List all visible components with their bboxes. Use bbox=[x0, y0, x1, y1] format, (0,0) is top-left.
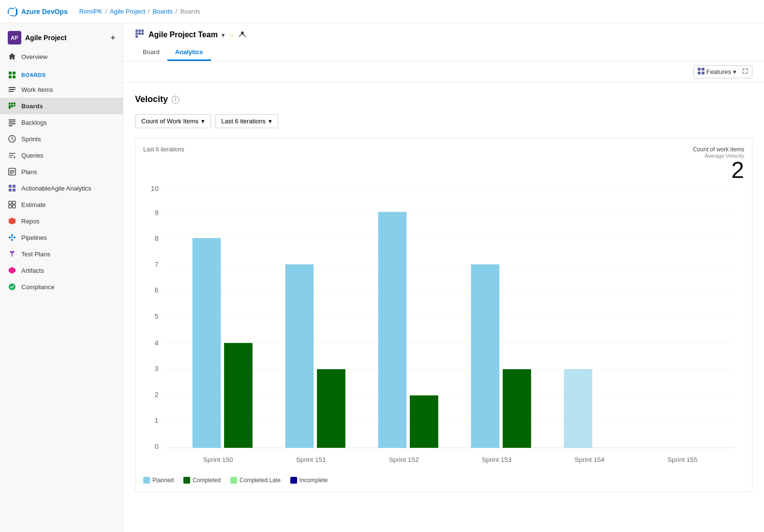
sidebar-item-boards-group[interactable]: Boards bbox=[0, 65, 123, 81]
completed-color bbox=[183, 477, 190, 484]
features-label: Features bbox=[706, 68, 731, 75]
main-title-row: Agile Project Team ▾ ☆ bbox=[135, 29, 752, 41]
metric-value: 2 bbox=[693, 159, 744, 182]
svg-rect-16 bbox=[9, 125, 13, 126]
svg-rect-44 bbox=[698, 68, 701, 71]
sprint152-completed-bar bbox=[410, 396, 438, 448]
sprint154-planned-bar bbox=[564, 369, 592, 448]
sidebar-item-pipelines[interactable]: Pipelines bbox=[0, 229, 123, 246]
metric-chevron-icon: ▾ bbox=[201, 118, 205, 125]
features-button[interactable]: Features ▾ bbox=[693, 65, 752, 78]
sidebar-item-estimate[interactable]: Estimate bbox=[0, 196, 123, 213]
estimate-icon bbox=[8, 200, 16, 209]
chart-area: 0 1 2 3 4 5 6 7 8 9 10 bbox=[143, 186, 744, 471]
svg-rect-20 bbox=[10, 170, 15, 171]
svg-rect-11 bbox=[11, 105, 13, 107]
svg-rect-37 bbox=[138, 30, 141, 32]
svg-rect-21 bbox=[10, 172, 15, 173]
svg-rect-12 bbox=[14, 105, 15, 106]
svg-text:1: 1 bbox=[154, 416, 158, 424]
sidebar-item-repos[interactable]: Repos bbox=[0, 213, 123, 229]
svg-point-34 bbox=[11, 239, 13, 241]
svg-rect-42 bbox=[135, 35, 138, 38]
sidebar-label-compliance: Compliance bbox=[21, 283, 55, 291]
main-toolbar: Features ▾ bbox=[123, 61, 764, 83]
azure-devops-title: Azure DevOps bbox=[21, 8, 68, 15]
svg-rect-36 bbox=[135, 30, 138, 32]
sidebar-item-artifacts[interactable]: Artifacts bbox=[0, 262, 123, 279]
features-grid-icon bbox=[698, 68, 704, 76]
metric-label: Count of work items bbox=[693, 146, 744, 153]
sidebar-item-overview[interactable]: Overview bbox=[0, 48, 123, 65]
velocity-heading: Velocity bbox=[135, 94, 168, 104]
favorite-icon[interactable]: ☆ bbox=[229, 31, 235, 39]
svg-rect-2 bbox=[9, 75, 12, 78]
svg-text:7: 7 bbox=[154, 261, 158, 268]
sidebar-label-backlogs: Backlogs bbox=[21, 119, 47, 126]
home-icon bbox=[8, 52, 16, 61]
legend-completed: Completed bbox=[183, 477, 221, 484]
main-content: Agile Project Team ▾ ☆ Board Analytics F… bbox=[123, 23, 764, 532]
svg-rect-7 bbox=[9, 103, 11, 104]
sidebar-item-work-items[interactable]: Work Items bbox=[0, 81, 123, 98]
svg-rect-13 bbox=[9, 119, 15, 120]
iterations-filter-button[interactable]: Last 6 iterations ▾ bbox=[215, 114, 278, 128]
svg-rect-30 bbox=[13, 205, 15, 208]
sidebar-label-estimate: Estimate bbox=[21, 201, 46, 208]
boards-icon bbox=[8, 102, 16, 110]
team-name: Agile Project Team bbox=[149, 30, 218, 39]
sidebar-item-plans[interactable]: Plans bbox=[0, 163, 123, 180]
sprint150-planned-bar bbox=[193, 238, 221, 448]
sidebar-item-test-plans[interactable]: Test Plans bbox=[0, 246, 123, 262]
sidebar-item-boards[interactable]: Boards bbox=[0, 98, 123, 114]
legend-completed-late: Completed Late bbox=[230, 477, 281, 484]
repos-icon bbox=[8, 217, 16, 225]
svg-rect-9 bbox=[14, 103, 15, 104]
work-items-icon bbox=[8, 85, 16, 94]
test-plans-icon bbox=[8, 250, 16, 258]
sidebar-label-sprints: Sprints bbox=[21, 135, 41, 143]
sidebar-project: AP Agile Project + bbox=[0, 27, 123, 48]
velocity-info-icon[interactable]: i bbox=[172, 96, 180, 103]
svg-rect-28 bbox=[13, 201, 15, 204]
breadcrumb: RomiPK / Agile Project / Boards / Boards bbox=[79, 8, 200, 15]
svg-rect-45 bbox=[702, 68, 704, 71]
add-button[interactable]: + bbox=[111, 33, 115, 42]
sidebar-project-left: AP Agile Project bbox=[8, 31, 67, 44]
queries-icon bbox=[8, 151, 16, 160]
sidebar-label-boards: Boards bbox=[21, 103, 43, 110]
breadcrumb-boards2: Boards bbox=[180, 8, 200, 15]
svg-rect-10 bbox=[9, 105, 11, 109]
tab-board[interactable]: Board bbox=[135, 44, 167, 61]
expand-icon[interactable] bbox=[742, 68, 748, 75]
sidebar-item-actionable-agile[interactable]: ActionableAgile Analytics bbox=[0, 180, 123, 196]
planned-color bbox=[143, 477, 150, 484]
sidebar-item-sprints[interactable]: Sprints bbox=[0, 131, 123, 147]
svg-rect-6 bbox=[9, 91, 14, 92]
velocity-title: Velocity i bbox=[135, 94, 752, 104]
breadcrumb-agile-project[interactable]: Agile Project bbox=[110, 8, 145, 15]
velocity-section: Velocity i Count of Work Items ▾ Last 6 … bbox=[123, 83, 764, 532]
breadcrumb-romipk[interactable]: RomiPK bbox=[79, 8, 103, 15]
svg-rect-4 bbox=[9, 87, 15, 88]
sidebar-item-queries[interactable]: Queries bbox=[0, 147, 123, 163]
backlogs-icon bbox=[8, 118, 16, 127]
breadcrumb-boards1[interactable]: Boards bbox=[153, 8, 173, 15]
sidebar-item-backlogs[interactable]: Backlogs bbox=[0, 114, 123, 131]
compliance-icon bbox=[8, 282, 16, 291]
breadcrumb-sep1: / bbox=[105, 8, 107, 15]
sprint150-label: Sprint 150 bbox=[203, 456, 233, 463]
sidebar-item-compliance[interactable]: Compliance bbox=[0, 279, 123, 295]
team-chevron-icon[interactable]: ▾ bbox=[222, 31, 225, 39]
legend-planned: Planned bbox=[143, 477, 174, 484]
topbar: Azure DevOps RomiPK / Agile Project / Bo… bbox=[0, 0, 764, 23]
sprint153-completed-bar bbox=[503, 369, 531, 448]
svg-rect-8 bbox=[11, 103, 13, 104]
azure-devops-logo[interactable]: Azure DevOps bbox=[8, 7, 68, 16]
tab-analytics[interactable]: Analytics bbox=[167, 44, 211, 61]
sprint151-completed-bar bbox=[317, 369, 345, 448]
svg-rect-15 bbox=[9, 123, 15, 124]
manage-team-icon[interactable] bbox=[239, 30, 246, 40]
layout: AP Agile Project + Overview Boards Work … bbox=[0, 23, 764, 532]
metric-filter-button[interactable]: Count of Work Items ▾ bbox=[135, 114, 211, 128]
